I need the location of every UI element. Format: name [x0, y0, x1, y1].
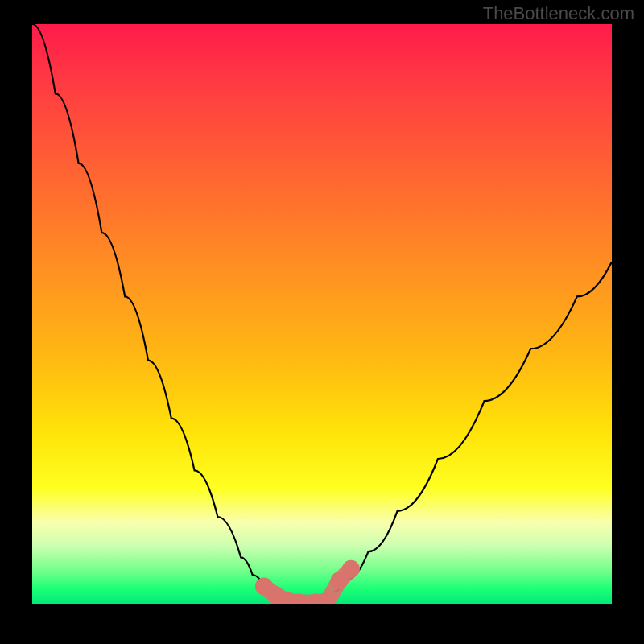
bottom-dot-band — [255, 560, 360, 604]
watermark-text: TheBottleneck.com — [483, 3, 634, 24]
right-curve — [333, 262, 612, 592]
chart-plot-area — [32, 24, 612, 604]
left-curve — [32, 24, 270, 592]
dot-marker — [342, 560, 360, 578]
chart-svg — [32, 24, 612, 604]
